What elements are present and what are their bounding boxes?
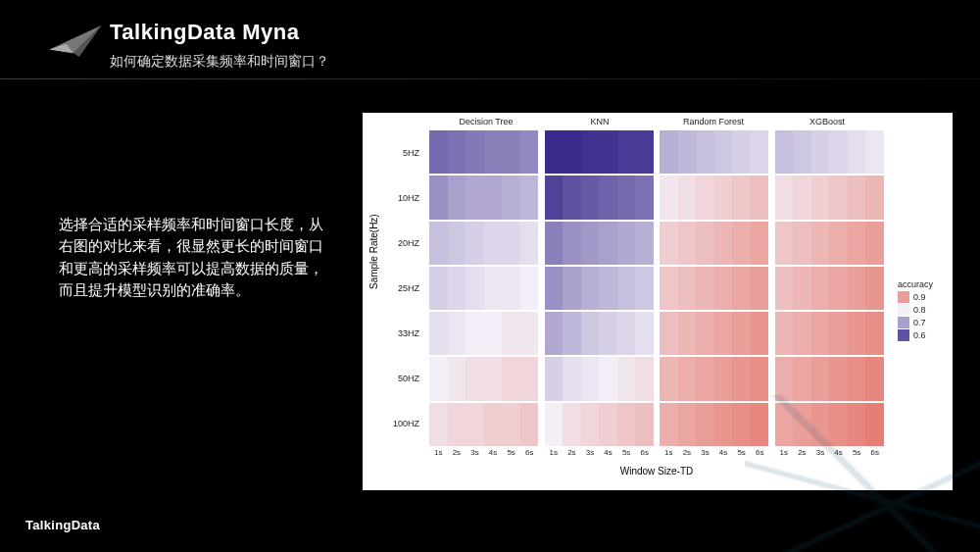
heatmap-cell	[678, 130, 697, 174]
heatmap-cell	[484, 312, 503, 355]
heatmap-cell	[829, 312, 848, 355]
heatmap-cell	[502, 357, 520, 400]
y-tick-label: 33HZ	[363, 311, 425, 356]
heatmap-cell	[732, 222, 751, 265]
heatmap-cell	[448, 357, 466, 400]
heatmap-cell	[502, 222, 520, 265]
heatmap-row	[545, 130, 655, 174]
heatmap-cell	[502, 312, 520, 355]
heatmap-cell	[563, 176, 581, 219]
heatmap-cell	[466, 176, 484, 219]
heatmap-cell	[599, 176, 617, 219]
heatmap-cell	[484, 176, 503, 219]
heatmap-cell	[520, 357, 539, 400]
heatmap-cell	[429, 176, 448, 219]
legend-value: 0.6	[913, 330, 926, 340]
x-tick-label: 1s	[545, 448, 564, 462]
heatmap-cell	[599, 130, 617, 174]
heatmap-cell	[696, 176, 714, 219]
heatmap-cell	[448, 267, 466, 310]
facet-title: Decision Tree	[429, 117, 543, 126]
heatmap-row	[429, 130, 539, 174]
heatmap-cell	[660, 267, 678, 310]
x-tick-label: 1s	[429, 448, 448, 462]
heatmap-row	[429, 222, 539, 265]
heatmap-row	[775, 222, 885, 265]
heatmap-cell	[520, 403, 539, 446]
heatmap-row	[429, 357, 539, 400]
heatmap-cell	[545, 176, 564, 219]
legend-value: 0.9	[913, 292, 926, 302]
heatmap-cell	[484, 267, 503, 310]
heatmap-facet	[429, 130, 539, 446]
heatmap-cell	[545, 357, 564, 400]
heatmap-cell	[678, 357, 697, 400]
heatmap-cell	[484, 130, 503, 174]
x-tick-label: 2s	[563, 448, 581, 462]
heatmap-cell	[635, 312, 654, 355]
heatmap-cell	[563, 222, 581, 265]
heatmap-cell	[484, 357, 503, 400]
heatmap-cell	[545, 130, 564, 174]
heatmap-cell	[829, 222, 848, 265]
heatmap-row	[545, 267, 655, 310]
legend-title: accuracy	[898, 279, 941, 289]
heatmap-cell	[848, 130, 866, 174]
heatmap-cell	[775, 222, 794, 265]
legend-swatch	[898, 329, 909, 341]
heatmap-cell	[811, 176, 830, 219]
heatmap-cell	[696, 357, 714, 400]
heatmap-cell	[520, 130, 539, 174]
heatmap-cell	[678, 403, 697, 446]
legend-item: 0.9	[898, 291, 941, 303]
heatmap-cell	[848, 267, 866, 310]
heatmap-cell	[793, 267, 811, 310]
heatmap-cell	[617, 176, 636, 219]
legend-item: 0.7	[898, 317, 941, 328]
heatmap-cell	[581, 176, 600, 219]
heatmap-cell	[484, 403, 503, 446]
heatmap-cell	[793, 130, 811, 174]
legend-swatch	[898, 291, 909, 303]
heatmap-cell	[502, 176, 520, 219]
heatmap-cell	[448, 130, 466, 174]
heatmap-cell	[545, 403, 564, 446]
page-title: TalkingData Myna	[110, 20, 299, 45]
heatmap-cell	[793, 312, 811, 355]
heatmap-cell	[563, 357, 581, 400]
heatmap-cell	[635, 267, 654, 310]
heatmap-cell	[696, 267, 714, 310]
heatmap-cell	[775, 267, 794, 310]
facet-title: Random Forest	[657, 117, 770, 126]
legend-swatch	[898, 317, 909, 328]
heatmap-cell	[520, 267, 539, 310]
heatmap-cell	[732, 176, 751, 219]
heatmap-cell	[520, 312, 539, 355]
heatmap-cell	[696, 403, 714, 446]
heatmap-cell	[635, 357, 654, 400]
heatmap-cell	[714, 403, 733, 446]
body-paragraph: 选择合适的采样频率和时间窗口长度，从右图的对比来看，很显然更长的时间窗口和更高的…	[59, 214, 333, 302]
background-decoration	[745, 395, 980, 552]
heatmap-cell	[448, 222, 466, 265]
heatmap-cell	[599, 222, 617, 265]
heatmap-cell	[793, 176, 811, 219]
heatmap-facet	[545, 130, 655, 446]
heatmap-cell	[448, 176, 466, 219]
x-tick-label: 4s	[484, 448, 503, 462]
heatmap-cell	[714, 176, 733, 219]
heatmap-cell	[829, 130, 848, 174]
heatmap-cell	[751, 176, 769, 219]
heatmap-cell	[660, 403, 678, 446]
y-tick-label: 100HZ	[363, 401, 425, 446]
heatmap-cell	[563, 403, 581, 446]
legend-item: 0.8	[898, 304, 941, 316]
heatmap-cell	[617, 267, 636, 310]
heatmap-cell	[599, 357, 617, 400]
heatmap-cell	[635, 222, 654, 265]
heatmap-cell	[581, 357, 600, 400]
heatmap-row	[775, 176, 885, 219]
heatmap-cell	[581, 222, 600, 265]
heatmap-row	[545, 403, 655, 446]
heatmap-cell	[617, 130, 636, 174]
